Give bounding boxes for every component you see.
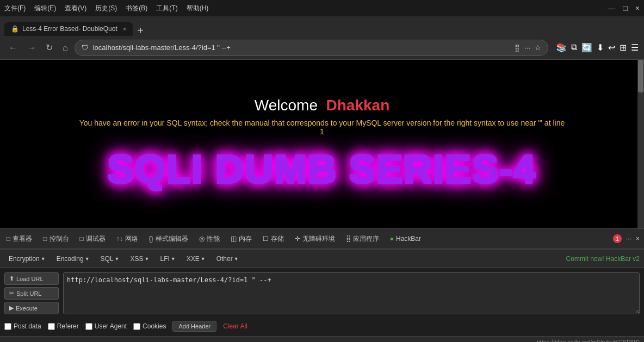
storage-label: 存储 xyxy=(271,234,284,244)
url-input[interactable]: http://localhost/sqli-labs-master/Less-4… xyxy=(63,272,640,314)
menu-bookmarks[interactable]: 书签(B) xyxy=(126,4,147,13)
user-agent-label: User Agent xyxy=(95,322,127,330)
storage-icon: ☐ xyxy=(263,235,269,242)
library-icon[interactable]: 📚 xyxy=(556,42,567,53)
menu-help[interactable]: 帮助(H) xyxy=(187,4,209,13)
forward-button[interactable]: → xyxy=(24,41,39,55)
memory-icon: ◫ xyxy=(231,235,237,242)
bookmark-icon[interactable]: ☆ xyxy=(535,43,541,52)
debugger-icon: □ xyxy=(80,235,84,242)
cookies-checkbox[interactable]: Cookies xyxy=(133,322,166,330)
hackbar-xss-menu[interactable]: XSS ▼ xyxy=(126,253,154,265)
encryption-arrow-icon: ▼ xyxy=(41,256,46,262)
performance-icon: ◎ xyxy=(199,235,205,242)
active-tab[interactable]: 🔒 Less-4 Error Based- DoubleQuot × xyxy=(4,22,133,36)
maximize-button[interactable]: □ xyxy=(623,4,627,13)
devtools-network[interactable]: ↑↓ 网络 xyxy=(114,234,140,244)
menu-icon[interactable]: ☰ xyxy=(631,42,639,53)
menu-view[interactable]: 查看(V) xyxy=(65,4,86,13)
devtools-accessibility[interactable]: ✛ 无障碍环境 xyxy=(293,234,337,244)
devtools-more-button[interactable]: ··· xyxy=(626,235,631,242)
navigation-bar: ← → ↻ ⌂ 🛡 localhost/sqli-labs-master/Les… xyxy=(0,36,644,60)
tabs-icon[interactable]: ⧉ xyxy=(571,42,577,53)
inspector-label: 查看器 xyxy=(13,234,32,244)
post-data-checkbox[interactable]: Post data xyxy=(4,322,41,330)
devtools-application[interactable]: ⣿ 应用程序 xyxy=(344,234,381,244)
user-agent-checkbox-input[interactable] xyxy=(85,323,92,330)
commit-now-button[interactable]: Commit now! HackBar v2 xyxy=(566,255,640,263)
url-bar[interactable]: 🛡 localhost/sqli-labs-master/Less-4/?id=… xyxy=(75,40,548,56)
menu-history[interactable]: 历史(S) xyxy=(95,4,117,13)
referer-label: Referer xyxy=(57,322,79,330)
more-icon[interactable]: ··· xyxy=(524,43,530,52)
new-tab-button[interactable]: + xyxy=(133,25,148,36)
devtools-console[interactable]: □ 控制台 xyxy=(41,234,71,244)
other-label: Other xyxy=(216,255,233,263)
error-badge: 1 xyxy=(613,234,622,243)
devtools-hackbar[interactable]: ● HackBar xyxy=(388,235,423,242)
encoding-label: Encoding xyxy=(57,255,84,263)
hackbar-encryption-menu[interactable]: Encryption ▼ xyxy=(4,253,50,265)
split-url-label: Split URL xyxy=(16,290,41,297)
nav-extra-icons: 📚 ⧉ 🔄 ⬇ ↩ ⊞ ☰ xyxy=(556,42,639,53)
sql-label: SQL xyxy=(101,255,114,263)
style-editor-icon: {} xyxy=(149,235,153,242)
hackbar-encoding-menu[interactable]: Encoding ▼ xyxy=(52,253,94,265)
hackbar-icon: ● xyxy=(390,235,394,242)
user-agent-checkbox[interactable]: User Agent xyxy=(85,322,127,330)
xss-label: XSS xyxy=(131,255,144,263)
sql-error-message: You have an error in your SQL syntax; ch… xyxy=(77,119,567,136)
devtools-inspector[interactable]: □ 查看器 xyxy=(4,234,34,244)
cookies-checkbox-input[interactable] xyxy=(133,323,140,330)
devtools-close-button[interactable]: × xyxy=(636,235,640,242)
back-button[interactable]: ← xyxy=(5,41,21,55)
download-icon[interactable]: ⬇ xyxy=(597,42,604,53)
home-button[interactable]: ⌂ xyxy=(59,41,71,55)
lfi-label: LFI xyxy=(160,255,169,263)
execute-icon: ▶ xyxy=(9,304,14,312)
welcome-message: Welcome Dhakkan xyxy=(255,97,389,114)
status-url-hint: https://blog.csdn.net/m0/ref=@CSDN© xyxy=(536,339,640,343)
scroll-thumb[interactable] xyxy=(638,60,643,92)
referer-checkbox-input[interactable] xyxy=(48,323,55,330)
hackbar-lfi-menu[interactable]: LFI ▼ xyxy=(156,253,179,265)
menu-edit[interactable]: 编辑(E) xyxy=(34,4,56,13)
customize-icon[interactable]: ⊞ xyxy=(620,42,627,53)
hackbar-panel: Encryption ▼ Encoding ▼ SQL ▼ XSS ▼ LFI … xyxy=(0,249,644,336)
title-bar-menu: 文件(F) 编辑(E) 查看(V) 历史(S) 书签(B) 工具(T) 帮助(H… xyxy=(4,4,208,13)
devtools-performance[interactable]: ◎ 性能 xyxy=(197,234,222,244)
minimize-button[interactable]: — xyxy=(608,4,615,13)
network-label: 网络 xyxy=(125,234,138,244)
url-text: localhost/sqli-labs-master/Less-4/?id=1 … xyxy=(93,43,510,52)
refresh-button[interactable]: ↻ xyxy=(42,40,56,55)
split-url-button[interactable]: ✂ Split URL xyxy=(4,287,59,300)
devtools-debugger[interactable]: □ 调试器 xyxy=(78,234,108,244)
post-data-checkbox-input[interactable] xyxy=(4,323,11,330)
devtools-storage[interactable]: ☐ 存储 xyxy=(261,234,286,244)
referer-checkbox[interactable]: Referer xyxy=(48,322,79,330)
sql-arrow-icon: ▼ xyxy=(115,256,120,262)
tab-close-button[interactable]: × xyxy=(123,26,126,32)
tab-favicon: 🔒 xyxy=(11,25,19,33)
application-label: 应用程序 xyxy=(353,234,379,244)
load-url-button[interactable]: ⬆ Load URL xyxy=(4,272,59,285)
menu-file[interactable]: 文件(F) xyxy=(4,4,26,13)
devtools-style-editor[interactable]: {} 样式编辑器 xyxy=(147,234,190,244)
hackbar-xxe-menu[interactable]: XXE ▼ xyxy=(182,253,210,265)
title-bar: 文件(F) 编辑(E) 查看(V) 历史(S) 书签(B) 工具(T) 帮助(H… xyxy=(0,0,644,16)
close-button[interactable]: × xyxy=(635,4,640,13)
hackbar-other-menu[interactable]: Other ▼ xyxy=(212,253,243,265)
execute-button[interactable]: ▶ Execute xyxy=(4,302,59,314)
add-header-button[interactable]: Add Header xyxy=(172,321,216,332)
scrollbar[interactable] xyxy=(637,60,644,228)
hackbar-sql-menu[interactable]: SQL ▼ xyxy=(96,253,124,265)
menu-tools[interactable]: 工具(T) xyxy=(156,4,177,13)
back-arrow-icon[interactable]: ↩ xyxy=(608,42,615,53)
devtools-right-controls: 1 ··· × xyxy=(613,234,640,243)
devtools-memory[interactable]: ◫ 内存 xyxy=(228,234,254,244)
console-icon: □ xyxy=(43,235,47,242)
clear-all-button[interactable]: Clear All xyxy=(223,322,247,330)
sync-icon[interactable]: 🔄 xyxy=(581,42,592,53)
xss-arrow-icon: ▼ xyxy=(145,256,150,262)
tab-bar: 🔒 Less-4 Error Based- DoubleQuot × + xyxy=(0,16,644,36)
